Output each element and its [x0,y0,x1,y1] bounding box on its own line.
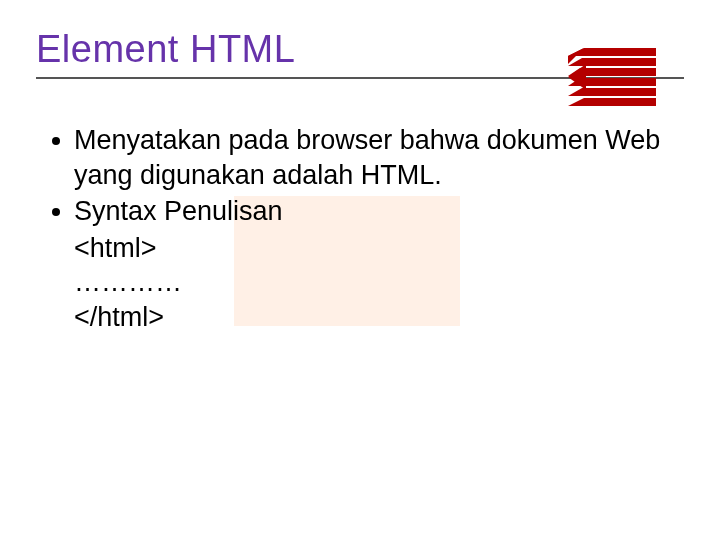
bullet-dot-icon [52,208,60,216]
code-line: <html> [52,231,684,266]
content-area: Menyatakan pada browser bahwa dokumen We… [36,123,684,334]
bullet-text: Syntax Penulisan [74,194,283,229]
bullet-text: Menyatakan pada browser bahwa dokumen We… [74,123,684,192]
code-line: </html> [52,300,684,335]
slide-title: Element HTML [36,28,295,71]
svg-marker-7 [568,64,586,90]
logo-icon [568,48,656,114]
bullet-item: Syntax Penulisan [52,194,684,229]
bullet-dot-icon [52,137,60,145]
code-line: ………… [52,265,684,300]
bullet-item: Menyatakan pada browser bahwa dokumen We… [52,123,684,192]
